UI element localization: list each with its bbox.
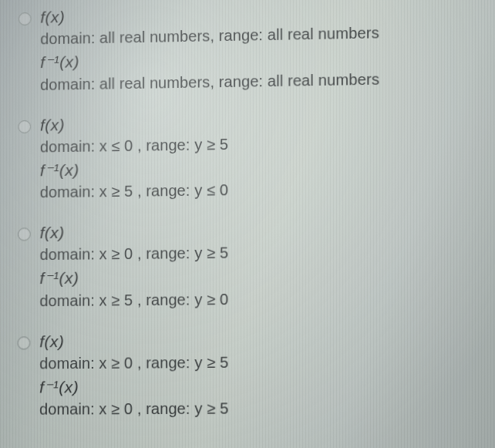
f-inverse-domain-range: domain: x ≥ 5 , range: y ≤ 0 <box>40 177 490 204</box>
f-inverse-domain-range: domain: x ≥ 0 , range: y ≥ 5 <box>39 397 491 420</box>
option-2[interactable]: f(x) domain: x ≤ 0 , range: y ≥ 5 f⁻¹(x)… <box>18 108 490 206</box>
radio-icon[interactable] <box>19 12 32 25</box>
f-inverse-label: f⁻¹(x) <box>39 375 490 398</box>
option-body: f(x) domain: x ≤ 0 , range: y ≥ 5 f⁻¹(x)… <box>40 108 490 206</box>
option-body: f(x) domain: x ≥ 0 , range: y ≥ 5 f⁻¹(x)… <box>39 328 491 423</box>
fx-label: f(x) <box>39 328 490 352</box>
radio-icon[interactable] <box>18 227 31 241</box>
fx-domain-range: domain: x ≥ 0 , range: y ≥ 5 <box>39 350 490 374</box>
option-3[interactable]: f(x) domain: x ≥ 0 , range: y ≥ 5 f⁻¹(x)… <box>18 217 490 315</box>
radio-icon[interactable] <box>18 120 31 133</box>
option-body: f(x) domain: all real numbers, range: al… <box>40 0 489 98</box>
options-list: f(x) domain: all real numbers, range: al… <box>0 0 495 448</box>
f-inverse-domain-range: domain: x ≥ 5 , range: y ≥ 0 <box>39 286 490 311</box>
option-body: f(x) domain: x ≥ 0 , range: y ≥ 5 f⁻¹(x)… <box>39 217 490 314</box>
option-1[interactable]: f(x) domain: all real numbers, range: al… <box>18 0 489 99</box>
radio-icon[interactable] <box>17 336 30 349</box>
f-inverse-label: f⁻¹(x) <box>39 264 490 289</box>
fx-label: f(x) <box>40 217 490 243</box>
option-4[interactable]: f(x) domain: x ≥ 0 , range: y ≥ 5 f⁻¹(x)… <box>17 328 491 423</box>
fx-domain-range: domain: x ≥ 0 , range: y ≥ 5 <box>40 240 490 265</box>
